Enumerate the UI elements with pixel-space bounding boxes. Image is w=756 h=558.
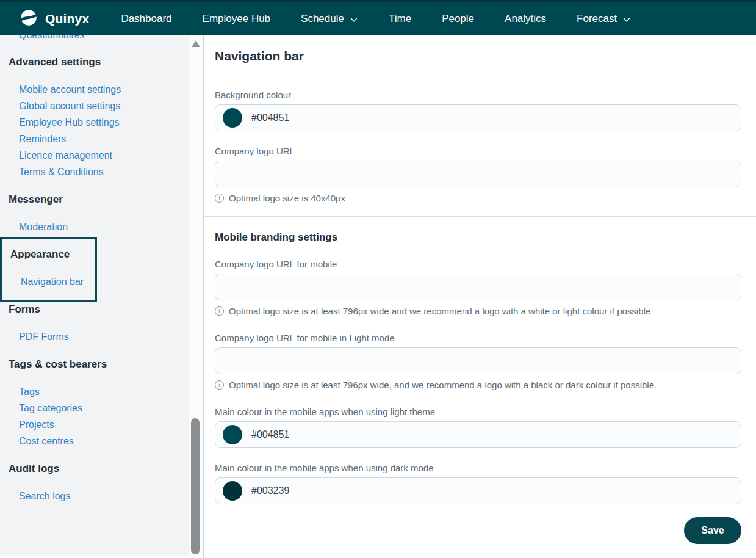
background-colour-label: Background colour <box>215 89 741 101</box>
sidebar-item-search-logs[interactable]: Search logs <box>0 490 189 502</box>
colour-swatch <box>223 108 242 128</box>
mobile-logo-url-input[interactable] <box>215 274 741 300</box>
nav-item-analytics[interactable]: Analytics <box>505 13 546 25</box>
sidebar-scrollbar[interactable] <box>189 35 203 558</box>
quinyx-logo-icon <box>18 7 39 31</box>
nav-label: Forecast <box>577 13 617 25</box>
nav-label: Employee Hub <box>203 13 271 25</box>
nav-item-employee-hub[interactable]: Employee Hub <box>203 13 271 25</box>
sidebar-item-questionnaires[interactable]: Questionnaires <box>0 35 189 42</box>
mobile-logo-light-url-input[interactable] <box>215 347 741 374</box>
chevron-down-icon <box>622 15 631 23</box>
hint-text: Optimal logo size is at least 796px wide… <box>229 380 657 390</box>
main-colour-light-label: Main colour in the mobile apps when usin… <box>215 406 741 418</box>
info-icon: i <box>215 380 224 390</box>
settings-sidebar: Questionnaires Advanced settings Mobile … <box>0 35 189 558</box>
colour-swatch <box>223 425 242 444</box>
sidebar-item-tag-categories[interactable]: Tag categories <box>0 402 189 415</box>
company-logo-url-input[interactable] <box>215 161 741 187</box>
colour-value: #003239 <box>251 485 289 496</box>
sidebar-heading-forms: Forms <box>0 303 189 316</box>
colour-value: #004851 <box>251 429 289 440</box>
background-colour-input[interactable]: #004851 <box>215 104 741 131</box>
bottom-strip <box>0 556 203 558</box>
nav-label: Schedule <box>301 13 344 25</box>
sidebar-item-projects[interactable]: Projects <box>0 419 189 431</box>
sidebar-item-pdf-forms[interactable]: PDF Forms <box>0 331 189 343</box>
scrollbar-thumb[interactable] <box>191 418 200 554</box>
company-logo-hint: i Optimal logo size is 40x40px <box>215 193 741 203</box>
sidebar-heading-tags-cost-bearers: Tags & cost bearers <box>0 358 189 371</box>
sidebar-item-navigation-bar[interactable]: Navigation bar <box>2 276 95 288</box>
main-colour-dark-input[interactable]: #003239 <box>215 477 741 504</box>
nav-label: Analytics <box>505 13 546 25</box>
main-menu: Dashboard Employee Hub Schedule Time Peo… <box>121 13 631 25</box>
colour-value: #004851 <box>251 112 289 123</box>
sidebar-heading-advanced-settings: Advanced settings <box>0 56 189 68</box>
sidebar-item-mobile-account-settings[interactable]: Mobile account settings <box>0 84 189 96</box>
sidebar-item-tags[interactable]: Tags <box>0 386 189 398</box>
sidebar-item-licence-management[interactable]: Licence management <box>0 150 189 162</box>
selected-section-outline: Appearance Navigation bar <box>0 237 97 302</box>
nav-label: Dashboard <box>121 13 171 25</box>
mobile-branding-section-title: Mobile branding settings <box>215 231 741 244</box>
mobile-logo-hint: i Optimal logo size is at least 796px wi… <box>215 306 741 316</box>
divider <box>204 216 756 217</box>
sidebar-item-employee-hub-settings[interactable]: Employee Hub settings <box>0 117 189 129</box>
sidebar-heading-audit-logs: Audit logs <box>0 463 189 475</box>
mobile-logo-light-url-label: Company logo URL for mobile in Light mod… <box>215 332 741 344</box>
nav-label: Time <box>389 13 411 25</box>
nav-label: People <box>442 13 474 25</box>
sidebar-item-terms-and-conditions[interactable]: Terms & Conditions <box>0 166 189 178</box>
sidebar-heading-messenger: Messenger <box>0 194 189 206</box>
mobile-logo-light-hint: i Optimal logo size is at least 796px wi… <box>215 380 741 390</box>
chevron-down-icon <box>350 15 358 23</box>
colour-swatch <box>223 481 242 501</box>
main-colour-light-input[interactable]: #004851 <box>215 421 741 448</box>
navigation-bar-settings-panel: Navigation bar Background colour #004851… <box>203 35 756 558</box>
hint-text: Optimal logo size is at least 796px wide… <box>229 306 650 316</box>
top-navigation-bar: Quinyx Dashboard Employee Hub Schedule T… <box>0 0 756 35</box>
quinyx-brand[interactable]: Quinyx <box>18 7 89 31</box>
nav-item-dashboard[interactable]: Dashboard <box>121 13 171 25</box>
save-button[interactable]: Save <box>684 517 741 544</box>
sidebar-item-global-account-settings[interactable]: Global account settings <box>0 100 189 112</box>
nav-item-time[interactable]: Time <box>389 13 411 25</box>
divider <box>204 74 756 74</box>
hint-text: Optimal logo size is 40x40px <box>229 193 345 203</box>
page-title: Navigation bar <box>215 35 741 63</box>
info-icon: i <box>215 306 224 316</box>
sidebar-item-moderation[interactable]: Moderation <box>0 221 189 233</box>
nav-item-schedule[interactable]: Schedule <box>301 13 358 25</box>
nav-item-people[interactable]: People <box>442 13 474 25</box>
main-colour-dark-label: Main colour in the mobile apps when usin… <box>215 462 741 474</box>
sidebar-item-cost-centres[interactable]: Cost centres <box>0 435 189 447</box>
company-logo-url-label: Company logo URL <box>215 145 741 158</box>
nav-item-forecast[interactable]: Forecast <box>577 13 631 25</box>
sidebar-heading-appearance: Appearance <box>2 248 95 261</box>
info-icon: i <box>215 194 224 203</box>
brand-name: Quinyx <box>45 12 89 26</box>
sidebar-item-reminders[interactable]: Reminders <box>0 133 189 145</box>
mobile-logo-url-label: Company logo URL for mobile <box>215 258 741 270</box>
scrollbar-up-arrow-icon[interactable] <box>192 40 200 47</box>
